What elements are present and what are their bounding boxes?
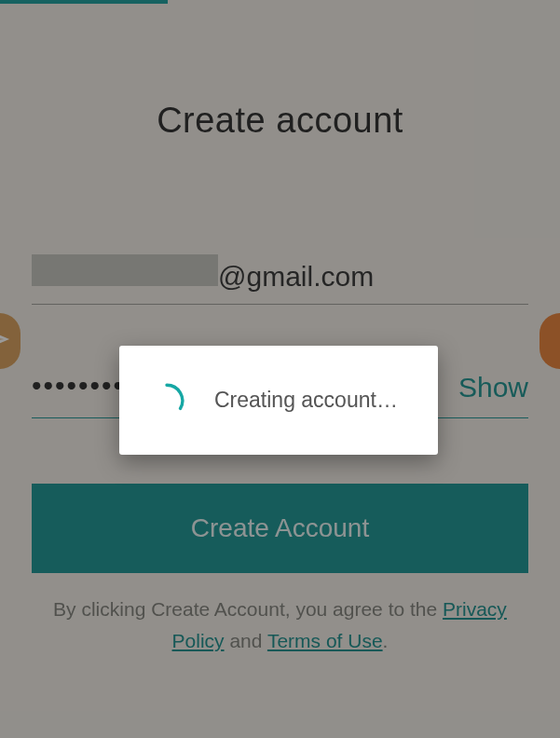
progress-message: Creating account… — [214, 388, 398, 413]
progress-dialog: Creating account… — [119, 346, 438, 455]
spinner-icon — [147, 381, 186, 420]
